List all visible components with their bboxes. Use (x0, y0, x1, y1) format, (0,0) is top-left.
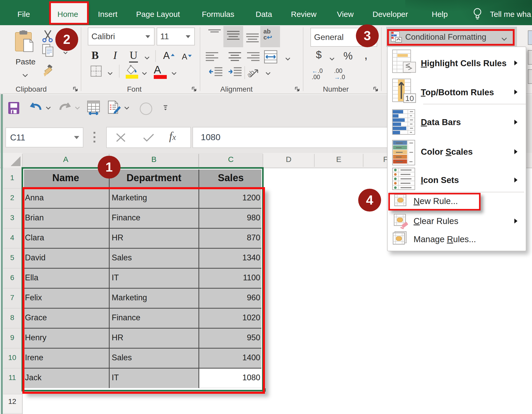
svg-text:10: 10 (405, 94, 414, 103)
